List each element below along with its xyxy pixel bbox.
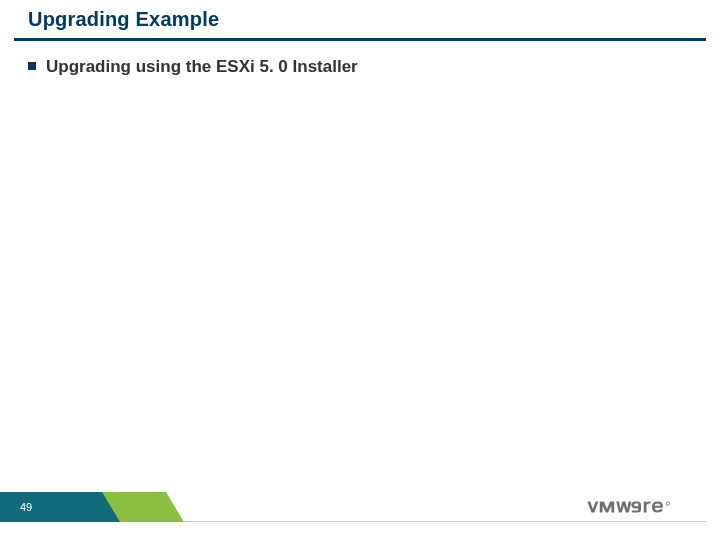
square-bullet-icon xyxy=(28,62,36,70)
slide: Upgrading Example Upgrading using the ES… xyxy=(0,0,720,540)
footer-bar: 49 xyxy=(0,492,720,522)
footer-accent-green-angle xyxy=(166,492,184,522)
bullet-text: Upgrading using the ESXi 5. 0 Installer xyxy=(46,56,358,78)
bullet-item: Upgrading using the ESXi 5. 0 Installer xyxy=(28,56,692,78)
slide-title: Upgrading Example xyxy=(28,8,692,31)
vmware-logo-icon xyxy=(586,497,696,517)
title-area: Upgrading Example xyxy=(28,8,692,31)
page-number: 49 xyxy=(20,501,32,513)
footer: 49 xyxy=(0,492,720,530)
title-underline xyxy=(14,38,706,41)
vmware-logo xyxy=(586,492,696,522)
body-area: Upgrading using the ESXi 5. 0 Installer xyxy=(28,56,692,78)
footer-accent-teal-angle xyxy=(102,492,120,522)
footer-accent-teal xyxy=(0,492,102,522)
